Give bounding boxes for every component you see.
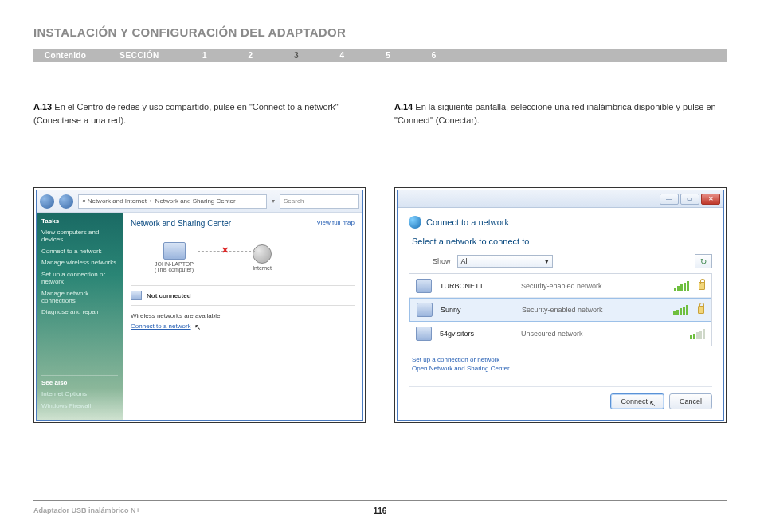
nav-item-3[interactable]: 3: [273, 51, 319, 60]
network-row[interactable]: TURBONETTSecurity-enabled network: [409, 274, 711, 298]
network-name: TURBONETT: [440, 282, 513, 290]
pc-name: JOHN-LAPTOP: [155, 261, 194, 267]
network-name: Sunny: [441, 306, 514, 314]
lock-icon: [699, 282, 705, 290]
computer-small-icon: [131, 291, 142, 300]
footer-product: Adaptador USB inalámbrico N+: [33, 507, 140, 514]
show-label: Show: [433, 257, 451, 265]
dialog-header: Connect to a network: [409, 216, 712, 229]
step-a13-text: En el Centro de redes y uso compartido, …: [33, 102, 339, 125]
network-icon: [416, 279, 432, 293]
minimize-button[interactable]: —: [660, 194, 679, 205]
lock-icon: [698, 306, 704, 314]
breadcrumb-current: Network and Sharing Center: [155, 198, 236, 205]
connect-to-network-link[interactable]: Connect to a network: [131, 323, 191, 330]
wireless-available-text: Wireless networks are available.: [131, 312, 355, 319]
search-input[interactable]: Search: [280, 194, 359, 209]
show-dropdown[interactable]: All ▾: [457, 255, 553, 268]
explorer-toolbar: « Network and Internet › Network and Sha…: [37, 190, 362, 213]
sidebar-link[interactable]: Manage network connections: [41, 291, 118, 305]
window-title: Connect to a network: [426, 217, 509, 227]
internet-node: Internet: [253, 244, 272, 271]
connect-button[interactable]: Connect↖: [610, 393, 664, 409]
network-type: Unsecured network: [521, 330, 682, 338]
window-titlebar: — ▭ ✕: [398, 190, 723, 208]
signal-strength-icon: [673, 304, 688, 315]
seealso-link[interactable]: Windows Firewall: [41, 403, 118, 410]
breadcrumb-parent: « Network and Internet: [82, 198, 147, 205]
computer-icon: [163, 242, 186, 260]
sidebar-link[interactable]: Connect to a network: [41, 248, 118, 256]
close-button[interactable]: ✕: [701, 194, 720, 205]
page-number: 116: [374, 507, 387, 515]
not-connected-text: Not connected: [147, 292, 191, 299]
this-computer-node: JOHN-LAPTOP (This computer): [155, 242, 194, 272]
sidebar-link[interactable]: Diagnose and repair: [41, 309, 118, 316]
cursor-icon: ↖: [649, 399, 656, 408]
nav-item-4[interactable]: 4: [319, 51, 366, 60]
network-type: Security-enabled network: [521, 282, 666, 290]
step-a13: A.13 En el Centro de redes y uso compart…: [33, 100, 366, 127]
network-name: 54gvisitors: [440, 330, 513, 338]
setup-connection-link[interactable]: Set up a connection or network: [412, 356, 712, 363]
cursor-icon: ↖: [194, 323, 201, 331]
signal-strength-icon: [674, 280, 689, 291]
show-value: All: [461, 257, 469, 265]
page-title: INSTALACIÓN Y CONFIGURACIÓN DEL ADAPTADO…: [33, 25, 727, 39]
tasks-header: Tasks: [41, 217, 118, 225]
network-list: TURBONETTSecurity-enabled networkSunnySe…: [409, 273, 712, 346]
sidebar-link[interactable]: View computers and devices: [41, 229, 118, 244]
network-diagram: ✕ JOHN-LAPTOP (This computer) Internet: [155, 242, 355, 272]
chevron-down-icon: ▾: [545, 257, 549, 265]
section-navbar: Contenido SECCIÓN 1 2 3 4 5 6: [33, 49, 727, 62]
open-sharing-center-link[interactable]: Open Network and Sharing Center: [412, 365, 712, 372]
network-icon: [416, 327, 432, 341]
seealso-link[interactable]: Internet Options: [41, 391, 118, 398]
network-center-main: Network and Sharing Center View full map…: [123, 213, 362, 420]
internet-label: Internet: [253, 265, 272, 271]
network-row[interactable]: SunnySecurity-enabled network: [409, 298, 711, 322]
step-a13-label: A.13: [33, 102, 52, 111]
seealso-header: See also: [41, 379, 118, 386]
nav-seccion-label: SECCIÓN: [97, 51, 182, 60]
search-placeholder: Search: [284, 198, 304, 205]
refresh-button[interactable]: ↻: [695, 254, 712, 268]
cancel-button[interactable]: Cancel: [669, 393, 712, 409]
network-row[interactable]: 54gvisitorsUnsecured network: [409, 322, 711, 346]
maximize-button[interactable]: ▭: [680, 194, 699, 205]
globe-icon: [253, 244, 272, 264]
signal-strength-icon: [690, 328, 705, 339]
view-full-map-link[interactable]: View full map: [317, 219, 355, 226]
network-globe-icon: [409, 216, 421, 229]
nav-item-1[interactable]: 1: [182, 51, 228, 60]
sidebar-link[interactable]: Set up a connection or network: [41, 272, 118, 286]
screenshot-a13: « Network and Internet › Network and Sha…: [33, 187, 366, 423]
breadcrumb[interactable]: « Network and Internet › Network and Sha…: [78, 194, 267, 209]
nav-item-5[interactable]: 5: [365, 51, 411, 60]
back-button[interactable]: [40, 194, 54, 209]
sidebar-link[interactable]: Manage wireless networks: [41, 260, 118, 267]
nav-contenido[interactable]: Contenido: [33, 51, 97, 60]
step-a14-label: A.14: [394, 102, 413, 111]
pc-sub: (This computer): [155, 267, 194, 272]
network-type: Security-enabled network: [522, 306, 665, 314]
dialog-subtitle: Select a network to connect to: [412, 237, 712, 246]
network-icon: [417, 303, 433, 317]
step-a14: A.14 En la siguiente pantalla, seleccion…: [394, 100, 727, 127]
connection-broken-icon: ✕: [221, 245, 233, 256]
step-a14-text: En la siguiente pantalla, seleccione una…: [394, 102, 716, 125]
screenshot-a14: — ▭ ✕ Connect to a network Select a netw…: [394, 187, 727, 423]
nav-item-2[interactable]: 2: [227, 51, 273, 60]
tasks-sidebar: Tasks View computers and devices Connect…: [37, 213, 123, 420]
forward-button[interactable]: [59, 194, 73, 209]
not-connected-row: Not connected: [131, 291, 355, 300]
nav-item-6[interactable]: 6: [411, 51, 457, 60]
